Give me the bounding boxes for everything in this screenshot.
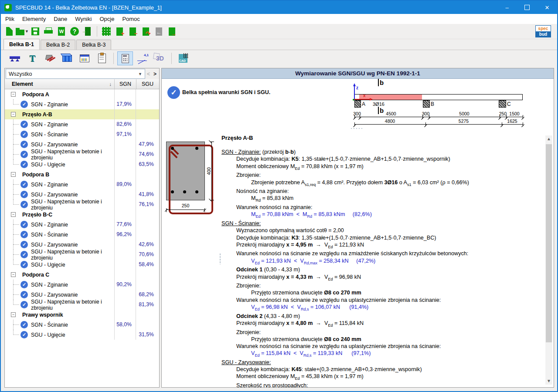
view-3d-button[interactable]: [152, 51, 168, 65]
add-element-button[interactable]: +: [113, 25, 126, 37]
data-summary-icon: [98, 54, 106, 63]
tree-item[interactable]: ✓SGU - Naprężenia w betonie i zbrojeniu8…: [5, 300, 159, 310]
next-element-nav-button[interactable]: >: [152, 71, 158, 77]
collapse-icon[interactable]: −: [11, 112, 16, 117]
dimension-label: 5000: [459, 111, 469, 116]
column-sgu[interactable]: SGU: [136, 79, 159, 89]
tree-item[interactable]: ✓SGU - Ugięcie31,5%: [5, 330, 159, 340]
load-combinations-icon: [80, 54, 89, 62]
window-title: SPECBUD 14 - Belka Żelbetowa EN - [BZEN_…: [15, 4, 497, 11]
tree-item[interactable]: ✓SGN - Zginanie17,9%: [5, 99, 159, 109]
tree-item[interactable]: ✓SGN - Ścinanie96,2%: [5, 230, 159, 240]
tree-group[interactable]: −Przęsło B-C: [5, 210, 159, 220]
exit-button[interactable]: [81, 25, 94, 37]
dimension-label: 1625: [507, 118, 517, 124]
prev-element-button[interactable]: ←: [152, 25, 165, 37]
collapse-icon[interactable]: −: [11, 172, 16, 177]
check-icon: ✓: [20, 121, 28, 128]
filter-dropdown[interactable]: Wszystko ▼: [6, 69, 145, 79]
tree-item[interactable]: ✓SGU - Ugięcie63,5%: [5, 159, 159, 169]
width-dimension: 250: [166, 210, 205, 210]
report-line: Zbrojenie:: [221, 329, 541, 336]
report-line: SGN - Ścinanie:: [221, 220, 541, 227]
separator: [113, 53, 114, 64]
export-word-button[interactable]: [55, 25, 68, 37]
view-3d-icon: [156, 55, 164, 62]
tree-group[interactable]: −Prawy wspornik: [5, 310, 159, 320]
menubar: PlikElementyDaneWynikiOpcjePomoc: [1, 14, 557, 24]
print-button[interactable]: [42, 25, 55, 37]
tree-group[interactable]: −Podpora A: [5, 89, 159, 99]
scrollbar-thumb[interactable]: [546, 144, 552, 342]
tab-belka-b-2[interactable]: Belka B-2: [41, 40, 75, 50]
tree-item[interactable]: ✓SGN - Zginanie82,6%: [5, 119, 159, 129]
maximize-button[interactable]: [517, 1, 537, 14]
report-line: Przęsło A-B: [221, 135, 541, 142]
tab-belka-b-3[interactable]: Belka B-3: [76, 40, 111, 50]
vertical-scrollbar[interactable]: ▲ ▼: [545, 135, 552, 385]
tab-belka-b-1[interactable]: Belka B-1: [3, 39, 40, 50]
menu-wyniki[interactable]: Wyniki: [71, 14, 95, 24]
tree-group[interactable]: −Podpora C: [5, 270, 159, 280]
menu-pomoc[interactable]: Pomoc: [118, 14, 143, 24]
delete-element-button[interactable]: −: [126, 25, 139, 37]
results-envelope-button[interactable]: 4,1: [135, 51, 150, 65]
tree-item[interactable]: ✓SGU - Naprężenia w betonie i zbrojeniu7…: [5, 250, 159, 260]
load-combinations-button[interactable]: [77, 51, 92, 65]
tree-group[interactable]: −Przęsło A-B: [5, 109, 159, 119]
scroll-up-icon[interactable]: ▲: [545, 135, 552, 142]
tree-item[interactable]: ✓SGN - Zginanie89,0%: [5, 179, 159, 189]
save-button[interactable]: [29, 25, 42, 37]
height-dimension: 400: [211, 142, 212, 200]
next-element-button[interactable]: →: [165, 25, 178, 37]
report-line: Przekrój miarodajny x = 4,33 m → VEd = 9…: [221, 274, 541, 283]
tree-item[interactable]: ✓SGU - Ugięcie58,4%: [5, 260, 159, 270]
check-icon: ✓: [20, 151, 28, 158]
beam-scheme-button[interactable]: [7, 51, 23, 65]
report-line: MEd = 70,88 kNm < MRd = 85,83 kNm (82,6%…: [221, 211, 541, 220]
prev-element-nav-button[interactable]: <: [145, 71, 152, 77]
column-sgn[interactable]: SGN: [114, 79, 136, 89]
help-button[interactable]: [68, 25, 81, 37]
loads-button[interactable]: [59, 51, 75, 65]
report-line: Nośność na zginanie:: [221, 188, 541, 195]
filter-value: Wszystko: [9, 71, 32, 77]
minimize-button[interactable]: –: [497, 1, 517, 14]
open-file-button[interactable]: ▼: [16, 25, 29, 37]
elements-table-button[interactable]: [100, 25, 113, 37]
tree-item[interactable]: ✓SGN - Zginanie90,2%: [5, 280, 159, 290]
close-button[interactable]: ✕: [537, 1, 557, 14]
open-dropdown-icon[interactable]: ▼: [25, 29, 29, 34]
menu-elementy[interactable]: Elementy: [18, 14, 50, 24]
collapse-icon[interactable]: −: [11, 272, 16, 277]
tree-item[interactable]: ✓SGN - Ścinanie97,1%: [5, 129, 159, 139]
collapse-icon[interactable]: −: [11, 312, 16, 317]
tree-item[interactable]: ✓SGN - Zginanie77,6%: [5, 220, 159, 230]
collapse-icon[interactable]: −: [11, 212, 16, 217]
drag-handle[interactable]: [350, 128, 363, 129]
tree-item[interactable]: ✓SGU - Naprężenia w betonie i zbrojeniu7…: [5, 199, 159, 210]
tree-group[interactable]: −Podpora B: [5, 169, 159, 179]
new-file-button[interactable]: [3, 25, 16, 37]
check-icon: ✓: [20, 231, 28, 238]
data-summary-button[interactable]: [94, 51, 110, 65]
menu-dane[interactable]: Dane: [50, 14, 71, 24]
export-cad-button[interactable]: [175, 51, 191, 65]
tree-item[interactable]: ✓SGN - Ścinanie58,0%: [5, 320, 159, 330]
drag-handle-vertical[interactable]: [219, 253, 221, 264]
scroll-down-icon[interactable]: ▼: [545, 378, 552, 385]
check-icon: ✓: [20, 131, 28, 138]
menu-plik[interactable]: Plik: [1, 14, 18, 24]
copy-element-button[interactable]: ↷: [139, 25, 152, 37]
rebar-dot: [183, 190, 186, 193]
collapse-icon[interactable]: −: [11, 92, 16, 97]
section-button[interactable]: [24, 51, 40, 65]
save-icon: [31, 27, 39, 35]
check-icon: ✓: [20, 321, 28, 328]
results-report-button[interactable]: [117, 51, 133, 65]
column-element[interactable]: Element ↓: [5, 81, 114, 87]
tree: −Podpora A✓SGN - Zginanie17,9%−Przęsło A…: [5, 89, 159, 387]
menu-opcje[interactable]: Opcje: [95, 14, 118, 24]
materials-button[interactable]: [42, 51, 58, 65]
tree-item[interactable]: ✓SGU - Naprężenia w betonie i zbrojeniu7…: [5, 149, 159, 159]
